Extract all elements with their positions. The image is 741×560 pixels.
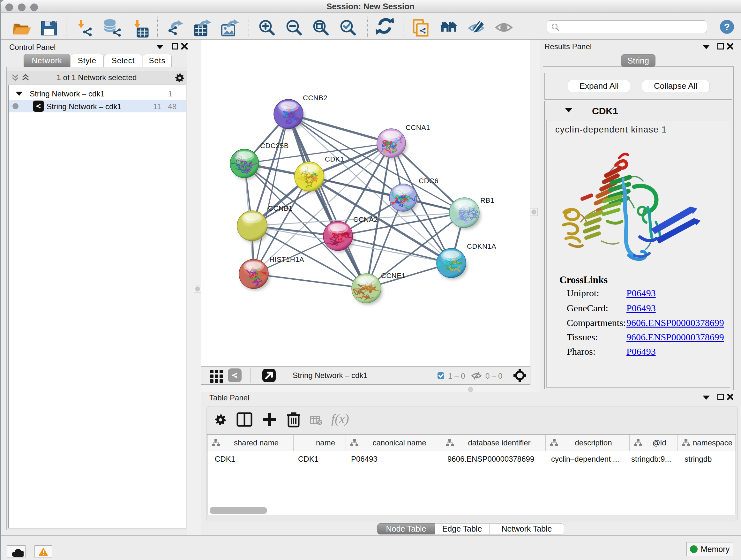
svg-text:CCNB1: CCNB1 (268, 204, 293, 212)
svg-text:CCNB2: CCNB2 (303, 94, 327, 102)
svg-text:CCNE1: CCNE1 (381, 272, 406, 280)
svg-text:CDKN1A: CDKN1A (467, 242, 496, 250)
svg-text:CDC6: CDC6 (419, 177, 439, 185)
svg-text:HIST1H1A: HIST1H1A (269, 255, 304, 263)
svg-text:CDK1: CDK1 (325, 155, 344, 163)
svg-text:CDC25B: CDC25B (260, 142, 289, 150)
svg-text:RB1: RB1 (480, 196, 494, 204)
svg-text:CCNA1: CCNA1 (406, 124, 430, 132)
svg-text:CCNA2: CCNA2 (353, 215, 378, 224)
